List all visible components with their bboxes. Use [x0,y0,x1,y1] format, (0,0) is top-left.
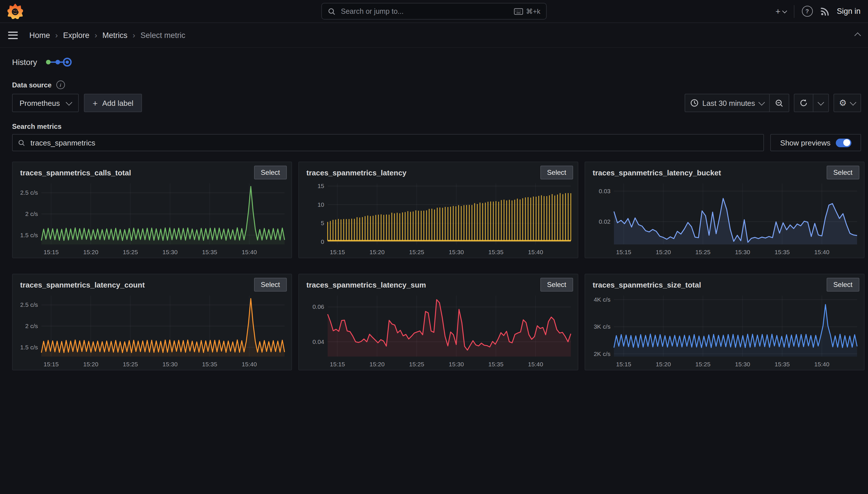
search-row: Show previews [12,134,861,151]
toggle-knob [843,139,850,146]
history-timeline-icon[interactable] [44,57,72,67]
metric-panel: traces_spanmetrics_latency_sum Select 0.… [298,274,578,370]
svg-text:2.5 c/s: 2.5 c/s [20,301,38,308]
svg-text:15:20: 15:20 [370,361,385,367]
zoom-out-time-button[interactable] [769,94,788,112]
global-search-input[interactable] [340,6,510,16]
metrics-search-field[interactable] [12,134,764,151]
svg-text:0.02: 0.02 [599,218,610,225]
svg-text:4K c/s: 4K c/s [594,296,610,303]
svg-text:2 c/s: 2 c/s [25,210,38,217]
svg-text:2 c/s: 2 c/s [25,323,38,329]
svg-text:2.5 c/s: 2.5 c/s [20,189,38,196]
show-previews-toggle[interactable] [835,138,851,147]
breadcrumb-explore[interactable]: Explore [63,31,90,39]
global-search-box[interactable]: ⌘+k [321,3,547,20]
time-range-value: Last 30 minutes [703,99,755,107]
help-icon: ? [805,8,809,14]
time-range-button[interactable]: Last 30 minutes [685,94,769,112]
info-icon: i [56,80,65,89]
panel-chart[interactable]: 1.5 c/s2 c/s2.5 c/s15:1515:2015:2515:301… [17,292,287,368]
chevron-down-icon [782,8,787,13]
collapse-header-button[interactable] [855,30,860,40]
svg-text:15:20: 15:20 [83,361,99,367]
refresh-group [793,94,829,112]
svg-text:15:40: 15:40 [814,361,829,367]
svg-text:15:30: 15:30 [162,249,178,255]
select-metric-button[interactable]: Select [254,166,287,179]
add-label-button[interactable]: + Add label [84,94,142,112]
time-controls: Last 30 minutes [685,94,861,112]
svg-text:15:20: 15:20 [83,249,99,255]
svg-text:0.04: 0.04 [312,339,324,345]
svg-text:15:35: 15:35 [202,361,217,367]
svg-text:10: 10 [318,201,324,208]
metric-panel: traces_spanmetrics_latency_count Select … [12,274,292,370]
divider [793,5,794,18]
svg-text:15:30: 15:30 [449,361,464,367]
svg-text:0.03: 0.03 [599,188,610,194]
metrics-grid: traces_spanmetrics_calls_total Select 1.… [12,162,861,370]
refresh-icon [799,99,807,107]
search-metrics-label: Search metrics [12,122,868,131]
svg-text:15:25: 15:25 [409,361,424,367]
svg-text:15:25: 15:25 [695,249,710,255]
breadcrumb: Home › Explore › Metrics › Select metric [29,31,185,40]
refresh-button[interactable] [794,94,812,112]
menu-toggle-button[interactable] [8,31,18,39]
panel-title: traces_spanmetrics_latency [303,166,407,177]
chevron-down-icon [66,99,73,106]
svg-text:15:20: 15:20 [656,249,671,255]
chevron-down-icon [758,99,765,106]
select-metric-button[interactable]: Select [826,278,860,291]
select-metric-button[interactable]: Select [540,166,573,179]
datasource-label-row: Data source i [12,80,868,89]
datasource-picker[interactable]: Prometheus [12,94,79,112]
svg-text:15:15: 15:15 [616,249,631,255]
help-button[interactable]: ? [802,6,812,17]
breadcrumb-separator: › [55,31,58,40]
grafana-app: ⌘+k + ? Sign in Home › Explore › Metrics [0,0,868,494]
select-metric-button[interactable]: Select [826,166,860,179]
refresh-interval-button[interactable] [812,94,828,112]
breadcrumb-metrics[interactable]: Metrics [102,31,127,39]
new-menu-button[interactable]: + [775,6,786,16]
breadcrumb-bar: Home › Explore › Metrics › Select metric [0,23,868,48]
news-rss-icon[interactable] [820,6,829,16]
svg-text:15:25: 15:25 [409,249,424,255]
datasource-value: Prometheus [20,99,60,107]
svg-text:1.5 c/s: 1.5 c/s [20,344,38,350]
grafana-logo-icon[interactable] [7,3,23,19]
breadcrumb-home[interactable]: Home [29,31,50,39]
panel-chart[interactable]: 0.040.0615:1515:2015:2515:3015:3515:40 [303,292,573,368]
select-metric-button[interactable]: Select [540,278,573,291]
panel-chart[interactable]: 0.020.0315:1515:2015:2515:3015:3515:40 [590,180,860,256]
metric-panel: traces_spanmetrics_latency_bucket Select… [585,162,865,258]
svg-text:15:30: 15:30 [449,249,464,255]
svg-text:15:15: 15:15 [44,361,59,367]
settings-button[interactable]: ⚙ [834,94,861,112]
search-icon [328,7,336,15]
svg-text:15:35: 15:35 [775,361,790,367]
svg-text:15:25: 15:25 [695,361,710,367]
sign-in-button[interactable]: Sign in [837,7,861,16]
panel-title: traces_spanmetrics_latency_count [17,278,145,289]
select-metric-button[interactable]: Select [254,278,287,291]
panel-chart[interactable]: 05101515:1515:2015:2515:3015:3515:40 [303,180,573,256]
history-label: History [12,57,37,67]
svg-text:15:40: 15:40 [528,361,543,367]
panel-chart[interactable]: 2K c/s3K c/s4K c/s15:1515:2015:2515:3015… [590,292,860,368]
panel-title: traces_spanmetrics_latency_sum [303,278,426,289]
metric-panel: traces_spanmetrics_calls_total Select 1.… [12,162,292,258]
show-previews-control: Show previews [770,134,861,151]
panel-chart[interactable]: 1.5 c/s2 c/s2.5 c/s15:1515:2015:2515:301… [17,180,287,256]
breadcrumb-select-metric: Select metric [141,31,185,39]
breadcrumb-separator: › [95,31,97,40]
panel-title: traces_spanmetrics_latency_bucket [590,166,721,177]
breadcrumb-separator: › [133,31,135,40]
metrics-search-input[interactable] [29,138,758,148]
svg-text:15:15: 15:15 [330,361,345,367]
time-range-picker: Last 30 minutes [685,94,789,112]
history-row: History [12,57,868,67]
svg-text:15:40: 15:40 [242,249,257,255]
